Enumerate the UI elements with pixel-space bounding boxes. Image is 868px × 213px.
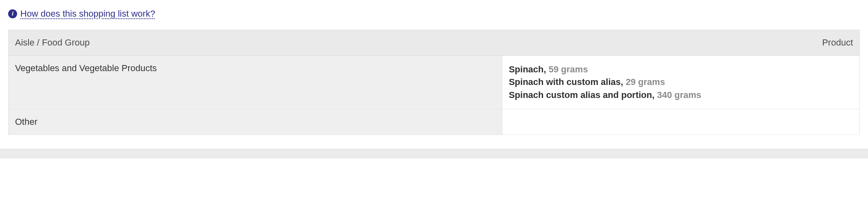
aisle-cell: Vegetables and Vegetable Products	[9, 55, 502, 109]
help-link-label: How does this shopping list work?	[20, 9, 155, 19]
product-amount: 29 grams	[626, 77, 665, 87]
product-cell: Spinach, 59 grams Spinach with custom al…	[502, 55, 859, 109]
table-row: Other	[9, 109, 860, 135]
aisle-cell: Other	[9, 109, 502, 135]
list-item: Spinach custom alias and portion, 340 gr…	[509, 89, 853, 102]
shopping-list-table: Aisle / Food Group Product Vegetables an…	[8, 30, 860, 135]
product-name: Spinach,	[509, 64, 546, 74]
list-item: Spinach with custom alias, 29 grams	[509, 76, 853, 89]
column-header-product: Product	[502, 30, 859, 55]
product-cell	[502, 109, 859, 135]
table-row: Vegetables and Vegetable Products Spinac…	[9, 55, 860, 109]
product-name: Spinach custom alias and portion,	[509, 90, 654, 100]
product-amount: 340 grams	[657, 90, 701, 100]
product-amount: 59 grams	[549, 64, 588, 74]
column-header-aisle: Aisle / Food Group	[9, 30, 502, 55]
product-name: Spinach with custom alias,	[509, 77, 623, 87]
info-icon: i	[8, 9, 17, 18]
footer-strip	[0, 149, 868, 159]
help-link[interactable]: i How does this shopping list work?	[8, 9, 155, 19]
list-item: Spinach, 59 grams	[509, 63, 853, 76]
